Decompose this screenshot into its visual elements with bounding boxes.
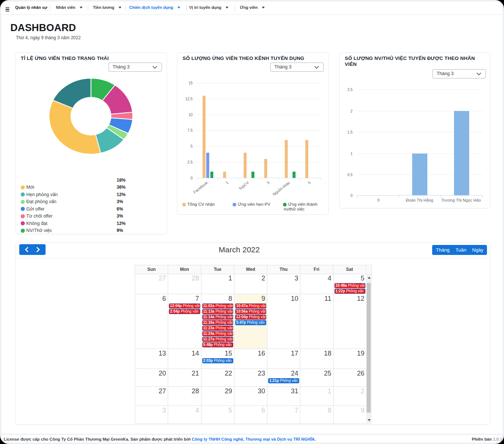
- svg-text:TopCV: TopCV: [238, 180, 250, 191]
- svg-text:3: 3: [266, 180, 270, 185]
- svg-text:0.5: 0.5: [347, 173, 353, 177]
- svg-text:1: 1: [350, 152, 353, 156]
- svg-text:Nguồn khác: Nguồn khác: [272, 180, 291, 196]
- svg-text:1: 1: [225, 180, 229, 185]
- svg-text:2.5: 2.5: [187, 160, 193, 164]
- svg-text:0: 0: [190, 176, 193, 180]
- svg-text:Đoàn Thị Hằng: Đoàn Thị Hằng: [406, 198, 433, 202]
- svg-text:5: 5: [190, 144, 193, 148]
- svg-text:2.5: 2.5: [347, 88, 353, 92]
- svg-text:15: 15: [188, 81, 193, 85]
- svg-text:12.5: 12.5: [186, 97, 193, 101]
- svg-text:0: 0: [377, 198, 380, 202]
- svg-text:1.5: 1.5: [347, 130, 353, 134]
- svg-text:Facebook: Facebook: [192, 180, 208, 194]
- svg-text:5: 5: [307, 180, 311, 185]
- svg-text:0: 0: [350, 194, 353, 198]
- svg-text:7.5: 7.5: [187, 128, 193, 132]
- svg-text:Trương Thị Ngọc Hảo: Trương Thị Ngọc Hảo: [441, 198, 481, 202]
- svg-text:2: 2: [350, 109, 353, 113]
- svg-text:10: 10: [188, 113, 193, 117]
